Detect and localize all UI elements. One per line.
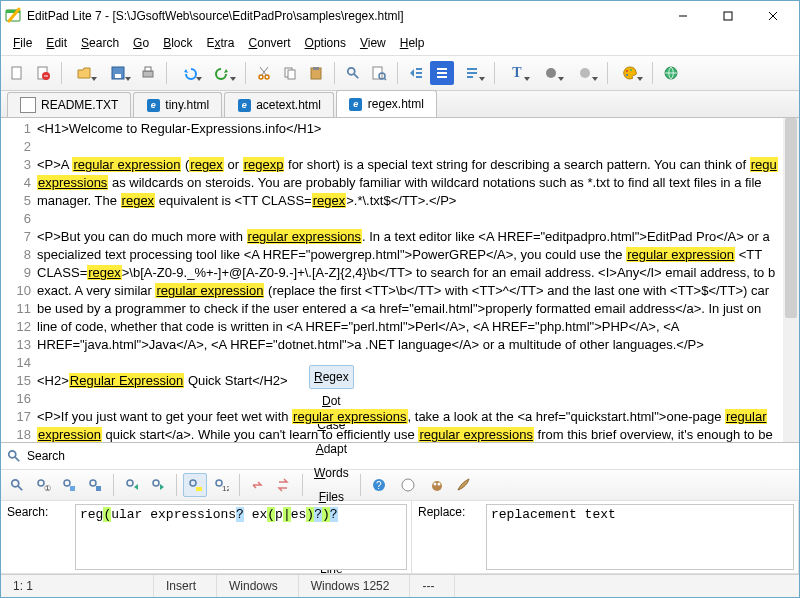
menu-file[interactable]: File <box>7 34 38 52</box>
svg-point-38 <box>626 70 628 72</box>
wrap-button[interactable] <box>456 61 488 85</box>
menu-go[interactable]: Go <box>127 34 155 52</box>
vertical-scrollbar[interactable] <box>783 118 799 442</box>
history-button[interactable] <box>393 473 423 497</box>
status-encoding[interactable]: Windows 1252 <box>299 575 411 597</box>
search-panel: Search ① 123 RegexDotCaseAdaptWordsFiles… <box>1 442 799 574</box>
redo-button[interactable] <box>207 61 239 85</box>
menu-view[interactable]: View <box>354 34 392 52</box>
code-line[interactable]: <P>A regular expression (regex or regexp… <box>37 156 799 174</box>
svg-point-42 <box>9 451 16 458</box>
find-next-button[interactable] <box>5 473 29 497</box>
search-toolbar: ① 123 RegexDotCaseAdaptWordsFilesBlockLo… <box>1 469 799 501</box>
svg-line-43 <box>15 457 19 461</box>
font-button[interactable]: T <box>501 61 533 85</box>
menu-extra[interactable]: Extra <box>201 34 241 52</box>
feather-button[interactable] <box>451 473 475 497</box>
highlight-button[interactable] <box>569 61 601 85</box>
search-icon <box>7 449 21 463</box>
indent-button[interactable] <box>430 61 454 85</box>
replace-all-button[interactable] <box>272 473 296 497</box>
count-matches-button[interactable]: 123 <box>209 473 233 497</box>
find-button[interactable] <box>341 61 365 85</box>
menu-block[interactable]: Block <box>157 34 198 52</box>
replace-input[interactable]: replacement text <box>486 504 794 570</box>
code-line[interactable]: line of code, whether that code is writt… <box>37 318 799 336</box>
titlebar: EditPad Lite 7 - [S:\JGsoftWeb\source\Ed… <box>1 1 799 31</box>
editor-area[interactable]: 123456789101112131415161718 <H1>Welcome … <box>1 118 799 442</box>
font-color-button[interactable] <box>535 61 567 85</box>
code-line[interactable]: <H1>Welcome to Regular-Expressions.info<… <box>37 120 799 138</box>
code-line[interactable] <box>37 138 799 156</box>
tab-label: acetext.html <box>256 98 321 112</box>
find-selection-button[interactable] <box>57 473 81 497</box>
file-icon <box>349 97 363 111</box>
search-prev-button[interactable] <box>120 473 144 497</box>
print-button[interactable] <box>136 61 160 85</box>
status-mode[interactable]: Insert <box>154 575 217 597</box>
code-line[interactable] <box>37 390 799 408</box>
menubar: FileEditSearchGoBlockExtraConvertOptions… <box>1 31 799 56</box>
code-line[interactable] <box>37 354 799 372</box>
file-icon <box>20 97 36 113</box>
code-line[interactable]: HREF="java.html">Java</A>, <A HREF="dotn… <box>37 336 799 354</box>
undo-button[interactable] <box>173 61 205 85</box>
delete-button[interactable] <box>31 61 55 85</box>
copy-button[interactable] <box>278 61 302 85</box>
search-opt-words[interactable]: Words <box>309 461 354 485</box>
code-line[interactable]: manager. The regex equivalent is <TT CLA… <box>37 192 799 210</box>
palette-button[interactable] <box>614 61 646 85</box>
tab-readme-txt[interactable]: README.TXT <box>7 92 131 117</box>
svg-point-44 <box>12 480 19 487</box>
find-save-button[interactable] <box>83 473 107 497</box>
search-input[interactable]: reg(ular expressions? ex(p|es)?)? <box>75 504 407 570</box>
outdent-button[interactable] <box>404 61 428 85</box>
code-line[interactable] <box>37 210 799 228</box>
cut-button[interactable] <box>252 61 276 85</box>
minimize-button[interactable] <box>660 2 705 30</box>
scroll-thumb[interactable] <box>785 118 797 318</box>
status-platform[interactable]: Windows <box>217 575 299 597</box>
replace-once-button[interactable] <box>246 473 270 497</box>
svg-text:?: ? <box>376 480 382 491</box>
help-button[interactable]: ? <box>367 473 391 497</box>
code-line[interactable]: <H2>Regular Expression Quick Start</H2> <box>37 372 799 390</box>
highlight-all-button[interactable] <box>183 473 207 497</box>
menu-edit[interactable]: Edit <box>40 34 73 52</box>
svg-rect-12 <box>143 71 153 77</box>
status-position: 1: 1 <box>1 575 154 597</box>
app-window: EditPad Lite 7 - [S:\JGsoftWeb\source\Ed… <box>0 0 800 598</box>
paste-button[interactable] <box>304 61 328 85</box>
code-line[interactable]: exact. A very similar regular expression… <box>37 282 799 300</box>
maximize-button[interactable] <box>705 2 750 30</box>
owl-button[interactable] <box>425 473 449 497</box>
find-in-files-button[interactable] <box>367 61 391 85</box>
svg-line-26 <box>384 78 386 80</box>
file-icon <box>146 98 160 112</box>
code-text[interactable]: <H1>Welcome to Regular-Expressions.info<… <box>37 118 799 442</box>
save-button[interactable] <box>102 61 134 85</box>
code-line[interactable]: specialized text processing tool like <A… <box>37 246 799 264</box>
menu-convert[interactable]: Convert <box>243 34 297 52</box>
web-button[interactable] <box>659 61 683 85</box>
code-line[interactable]: <P>But you can do much more with regular… <box>37 228 799 246</box>
code-line[interactable]: CLASS=regex>\b[A-Z0-9._%+-]+@[A-Z0-9.-]+… <box>37 264 799 282</box>
find-first-button[interactable]: ① <box>31 473 55 497</box>
code-line[interactable]: expression quick start</a>. While you ca… <box>37 426 799 442</box>
open-button[interactable] <box>68 61 100 85</box>
search-next-button[interactable] <box>146 473 170 497</box>
tab-regex-html[interactable]: regex.html <box>336 90 437 117</box>
menu-help[interactable]: Help <box>394 34 431 52</box>
code-line[interactable]: <P>If you just want to get your feet wet… <box>37 408 799 426</box>
svg-point-22 <box>348 68 355 75</box>
close-button[interactable] <box>750 2 795 30</box>
new-button[interactable] <box>5 61 29 85</box>
code-line[interactable]: expressions as wildcards on steroids. Yo… <box>37 174 799 192</box>
svg-point-48 <box>64 480 70 486</box>
tab-tiny-html[interactable]: tiny.html <box>133 92 222 117</box>
menu-options[interactable]: Options <box>299 34 352 52</box>
code-line[interactable]: be used by a programmer to check if the … <box>37 300 799 318</box>
tab-acetext-html[interactable]: acetext.html <box>224 92 334 117</box>
gutter: 123456789101112131415161718 <box>1 118 37 442</box>
menu-search[interactable]: Search <box>75 34 125 52</box>
